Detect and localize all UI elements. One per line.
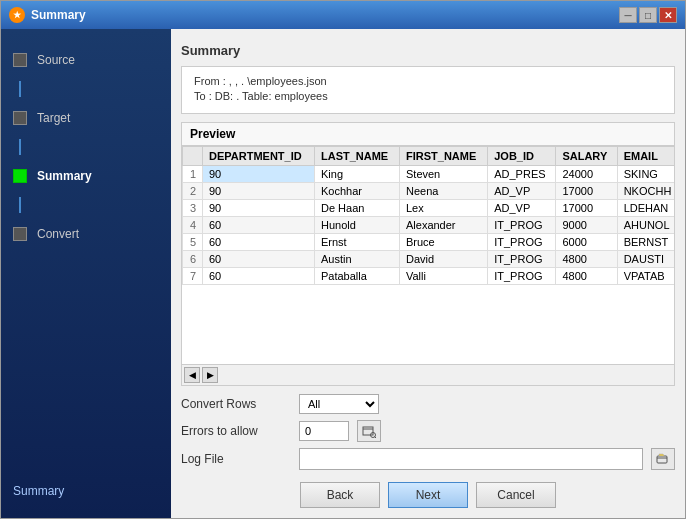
table-cell: Neena bbox=[399, 183, 487, 200]
sidebar-label-convert: Convert bbox=[37, 227, 79, 241]
table-row[interactable]: 290KochharNeenaAD_VP17000NKOCHH bbox=[183, 183, 675, 200]
table-cell: IT_PROG bbox=[488, 268, 556, 285]
table-cell: 60 bbox=[203, 234, 315, 251]
table-cell: AD_PRES bbox=[488, 166, 556, 183]
from-value: , , . \employees.json bbox=[229, 75, 327, 87]
convert-rows-select[interactable]: All Custom bbox=[299, 394, 379, 414]
table-cell: 9000 bbox=[556, 217, 617, 234]
table-cell: IT_PROG bbox=[488, 234, 556, 251]
scroll-controls: ◀ ▶ bbox=[182, 364, 674, 385]
table-cell: Lex bbox=[399, 200, 487, 217]
table-cell: 4800 bbox=[556, 268, 617, 285]
sidebar-bottom: Summary bbox=[1, 255, 171, 508]
table-cell: AD_VP bbox=[488, 200, 556, 217]
preview-section: Preview DEPARTMENT_ID LAST_NAME FIRST_NA… bbox=[181, 122, 675, 386]
section-title: Summary bbox=[181, 39, 675, 66]
table-cell: 90 bbox=[203, 166, 315, 183]
preview-header: Preview bbox=[182, 123, 674, 146]
col-header-email: EMAIL bbox=[617, 147, 674, 166]
table-cell: 60 bbox=[203, 217, 315, 234]
sidebar-connector-3 bbox=[19, 197, 21, 213]
close-button[interactable]: ✕ bbox=[659, 7, 677, 23]
table-cell: 90 bbox=[203, 200, 315, 217]
sidebar-item-target[interactable]: Target bbox=[1, 97, 171, 139]
log-file-input[interactable] bbox=[299, 448, 643, 470]
table-cell: Steven bbox=[399, 166, 487, 183]
table-cell: Pataballa bbox=[314, 268, 399, 285]
table-header-row: DEPARTMENT_ID LAST_NAME FIRST_NAME JOB_I… bbox=[183, 147, 675, 166]
table-cell: Hunold bbox=[314, 217, 399, 234]
button-row: Back Next Cancel bbox=[181, 482, 675, 508]
table-cell: NKOCHH bbox=[617, 183, 674, 200]
window-controls: ─ □ ✕ bbox=[619, 7, 677, 23]
to-value: . Table: employees bbox=[236, 90, 328, 102]
table-row[interactable]: 760PataballaValliIT_PROG4800VPATAB bbox=[183, 268, 675, 285]
sidebar-label-summary: Summary bbox=[37, 169, 92, 183]
main-window: ★ Summary ─ □ ✕ Source Target Summary bbox=[0, 0, 686, 519]
table-cell: IT_PROG bbox=[488, 217, 556, 234]
sidebar-item-convert[interactable]: Convert bbox=[1, 213, 171, 255]
source-indicator bbox=[13, 53, 27, 67]
scroll-right-button[interactable]: ▶ bbox=[202, 367, 218, 383]
convert-indicator bbox=[13, 227, 27, 241]
maximize-button[interactable]: □ bbox=[639, 7, 657, 23]
errors-browse-icon bbox=[362, 424, 376, 438]
svg-rect-0 bbox=[363, 427, 373, 435]
table-cell: 4800 bbox=[556, 251, 617, 268]
table-cell: 24000 bbox=[556, 166, 617, 183]
sidebar-label-source: Source bbox=[37, 53, 75, 67]
cancel-button[interactable]: Cancel bbox=[476, 482, 556, 508]
sidebar-label-target: Target bbox=[37, 111, 70, 125]
log-file-row: Log File bbox=[181, 448, 675, 470]
svg-line-2 bbox=[375, 437, 377, 439]
log-file-browse-button[interactable] bbox=[651, 448, 675, 470]
table-cell: Ernst bbox=[314, 234, 399, 251]
col-header-lastname: LAST_NAME bbox=[314, 147, 399, 166]
target-indicator bbox=[13, 111, 27, 125]
row-number-cell: 3 bbox=[183, 200, 203, 217]
table-container[interactable]: DEPARTMENT_ID LAST_NAME FIRST_NAME JOB_I… bbox=[182, 146, 674, 364]
from-row: From : , , . \employees.json bbox=[194, 75, 662, 87]
table-cell: Alexander bbox=[399, 217, 487, 234]
sidebar-item-summary[interactable]: Summary bbox=[1, 155, 171, 197]
back-button[interactable]: Back bbox=[300, 482, 380, 508]
sidebar-connector-1 bbox=[19, 81, 21, 97]
info-box: From : , , . \employees.json To : DB: . … bbox=[181, 66, 675, 114]
from-label: From : bbox=[194, 75, 226, 87]
table-row[interactable]: 660AustinDavidIT_PROG4800DAUSTI bbox=[183, 251, 675, 268]
errors-input[interactable] bbox=[299, 421, 349, 441]
sidebar-item-source[interactable]: Source bbox=[1, 39, 171, 81]
table-cell: Bruce bbox=[399, 234, 487, 251]
minimize-button[interactable]: ─ bbox=[619, 7, 637, 23]
sidebar-bottom-label: Summary bbox=[13, 484, 159, 498]
table-cell: BERNST bbox=[617, 234, 674, 251]
next-button[interactable]: Next bbox=[388, 482, 468, 508]
row-number-cell: 1 bbox=[183, 166, 203, 183]
col-header-firstname: FIRST_NAME bbox=[399, 147, 487, 166]
main-content: Summary From : , , . \employees.json To … bbox=[171, 29, 685, 518]
sidebar: Source Target Summary Convert Summary bbox=[1, 29, 171, 518]
row-number-cell: 5 bbox=[183, 234, 203, 251]
table-row[interactable]: 560ErnstBruceIT_PROG6000BERNST bbox=[183, 234, 675, 251]
table-cell: 60 bbox=[203, 268, 315, 285]
table-cell: 90 bbox=[203, 183, 315, 200]
log-file-label: Log File bbox=[181, 452, 291, 466]
table-cell: Kochhar bbox=[314, 183, 399, 200]
col-header-dept: DEPARTMENT_ID bbox=[203, 147, 315, 166]
scroll-left-button[interactable]: ◀ bbox=[184, 367, 200, 383]
table-row[interactable]: 190KingStevenAD_PRES24000SKING bbox=[183, 166, 675, 183]
table-row[interactable]: 460HunoldAlexanderIT_PROG9000AHUNOL bbox=[183, 217, 675, 234]
table-cell: LDEHAN bbox=[617, 200, 674, 217]
table-row[interactable]: 390De HaanLexAD_VP17000LDEHAN bbox=[183, 200, 675, 217]
table-cell: David bbox=[399, 251, 487, 268]
table-cell: 17000 bbox=[556, 200, 617, 217]
data-table: DEPARTMENT_ID LAST_NAME FIRST_NAME JOB_I… bbox=[182, 146, 674, 285]
table-cell: DAUSTI bbox=[617, 251, 674, 268]
summary-indicator bbox=[13, 169, 27, 183]
table-cell: 60 bbox=[203, 251, 315, 268]
row-number-cell: 2 bbox=[183, 183, 203, 200]
table-cell: VPATAB bbox=[617, 268, 674, 285]
sidebar-connector-2 bbox=[19, 139, 21, 155]
table-cell: Austin bbox=[314, 251, 399, 268]
errors-browse-button[interactable] bbox=[357, 420, 381, 442]
